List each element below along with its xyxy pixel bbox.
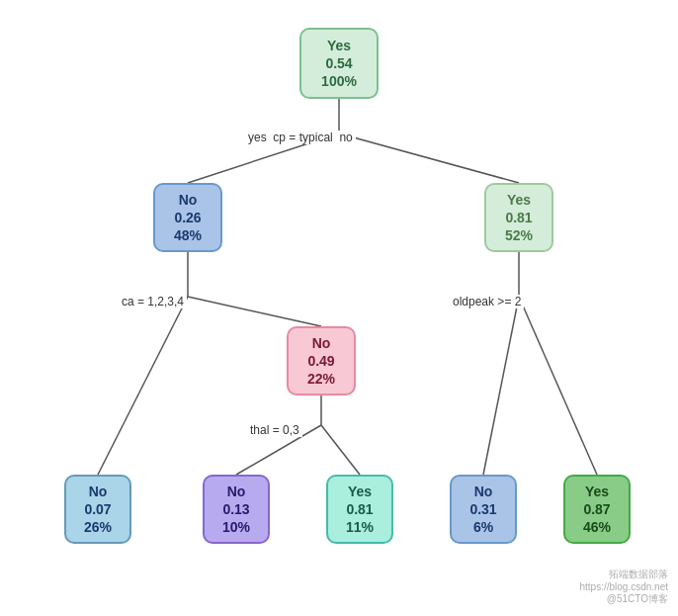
- node-l3-right-label: Yes: [585, 483, 609, 500]
- node-l3-left: No 0.07 26%: [64, 475, 131, 544]
- node-l3-right-value: 0.87: [583, 500, 610, 518]
- node-l3-midright-pct: 11%: [346, 518, 374, 536]
- node-root-label: Yes: [327, 37, 351, 54]
- node-l3-midleft-value: 0.13: [222, 500, 249, 518]
- node-l3-rightmid-pct: 6%: [473, 518, 493, 536]
- node-l1-right-pct: 52%: [505, 226, 533, 244]
- node-l3-midleft: No 0.13 10%: [203, 475, 270, 544]
- node-l2-mid-value: 0.49: [307, 352, 334, 370]
- yes-edge-label: yes: [248, 131, 267, 144]
- node-l3-left-label: No: [89, 483, 108, 500]
- root-split-label: cp = typical: [273, 131, 332, 144]
- watermark: 拓端数据部落 https://blog.csdn.net @51CTO博客: [579, 568, 668, 606]
- node-l3-rightmid: No 0.31 6%: [450, 475, 517, 544]
- svg-line-11: [519, 297, 597, 475]
- svg-line-2: [339, 133, 519, 183]
- node-l3-midright-value: 0.81: [346, 500, 373, 518]
- node-l3-midright: Yes 0.81 11%: [326, 475, 393, 544]
- watermark-line3: @51CTO博客: [579, 592, 668, 606]
- node-l3-midright-label: Yes: [348, 483, 372, 500]
- tree-container: Yes 0.54 100% yes cp = typical no No 0.2…: [0, 0, 678, 616]
- node-l1-right-label: Yes: [507, 191, 531, 209]
- node-l3-left-pct: 26%: [84, 518, 112, 536]
- watermark-line2: https://blog.csdn.net: [579, 581, 668, 592]
- condition-l2-mid: thal = 0,3: [247, 423, 302, 437]
- thal-split-label: thal = 0,3: [250, 423, 299, 437]
- node-root-value: 0.54: [325, 54, 352, 72]
- node-l2-mid-label: No: [312, 334, 331, 352]
- node-l2-mid-pct: 22%: [307, 370, 335, 388]
- node-root: Yes 0.54 100%: [299, 28, 379, 99]
- node-l2-mid: No 0.49 22%: [287, 326, 356, 396]
- node-l1-right: Yes 0.81 52%: [484, 183, 553, 252]
- node-l3-rightmid-label: No: [474, 483, 493, 500]
- node-l1-left: No 0.26 48%: [153, 183, 222, 252]
- oldpeak-split-label: oldpeak >= 2: [453, 295, 521, 308]
- condition-root: yes cp = typical no: [245, 131, 356, 144]
- node-l1-left-value: 0.26: [174, 209, 201, 226]
- node-l1-right-value: 0.81: [505, 209, 532, 226]
- node-l1-left-pct: 48%: [174, 226, 202, 244]
- watermark-line1: 拓端数据部落: [579, 568, 668, 581]
- node-l3-midleft-pct: 10%: [222, 518, 250, 536]
- node-l1-left-label: No: [179, 191, 198, 209]
- ca-split-label: ca = 1,2,3,4: [122, 295, 184, 308]
- node-l3-rightmid-value: 0.31: [469, 500, 496, 518]
- svg-line-8: [321, 425, 360, 475]
- condition-l1-right: oldpeak >= 2: [450, 295, 524, 308]
- node-l3-left-value: 0.07: [84, 500, 111, 518]
- node-root-pct: 100%: [321, 72, 357, 90]
- node-l3-right-pct: 46%: [583, 518, 611, 536]
- condition-l1-left: ca = 1,2,3,4: [119, 295, 187, 308]
- node-l3-midleft-label: No: [227, 483, 246, 500]
- svg-line-5: [98, 297, 188, 475]
- svg-line-4: [188, 297, 321, 326]
- no-edge-label: no: [339, 131, 352, 144]
- svg-line-10: [483, 297, 519, 475]
- node-l3-right: Yes 0.87 46%: [563, 475, 631, 544]
